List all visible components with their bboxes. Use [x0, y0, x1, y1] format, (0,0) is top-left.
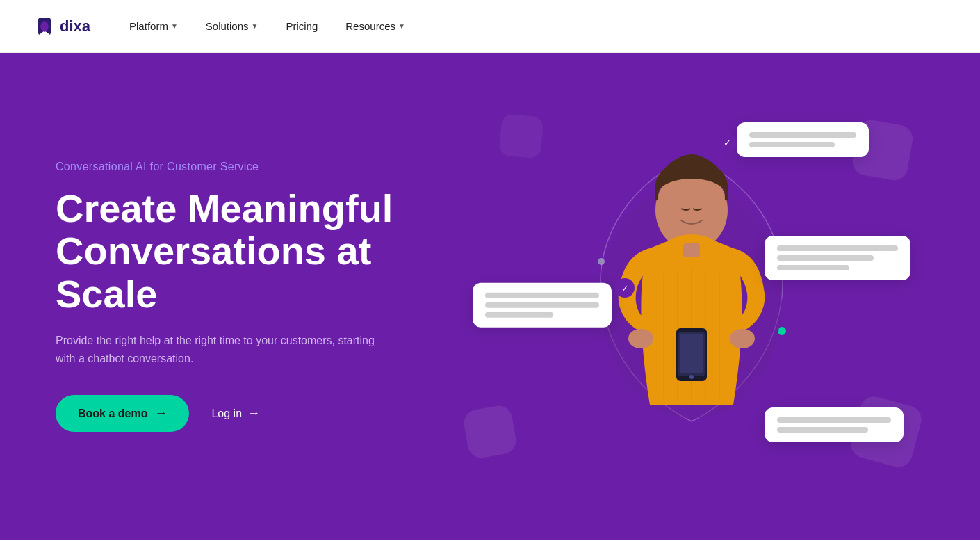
- bubble-line: [777, 245, 898, 251]
- svg-point-10: [689, 375, 694, 379]
- platform-chevron-icon: ▼: [171, 22, 178, 30]
- nav-pricing[interactable]: Pricing: [275, 15, 329, 38]
- bubble-line: [485, 312, 553, 318]
- chat-bubble-bottom: [765, 407, 904, 442]
- bubble-line: [485, 302, 599, 308]
- login-arrow-icon: →: [247, 406, 260, 421]
- bubble-line: [777, 265, 849, 270]
- svg-point-5: [628, 329, 653, 348]
- hero-description: Provide the right help at the right time…: [56, 332, 389, 367]
- nav-solutions[interactable]: Solutions ▼: [195, 15, 270, 38]
- hero-actions: Book a demo → Log in →: [56, 395, 459, 432]
- nav-links: Platform ▼ Solutions ▼ Pricing Resources…: [118, 15, 947, 38]
- arrow-right-icon: →: [154, 406, 167, 421]
- hero-title-line1: Create Meaningful: [56, 186, 393, 230]
- checkmark-top: ✓: [717, 133, 737, 152]
- login-button[interactable]: Log in →: [211, 406, 260, 421]
- bubble-line: [749, 132, 856, 138]
- chat-bubble-mid-left: [473, 283, 612, 328]
- bubble-line: [749, 142, 835, 147]
- hero-subtitle: Conversational AI for Customer Service: [56, 161, 459, 173]
- chat-bubble-top: [737, 122, 869, 157]
- svg-rect-9: [680, 334, 703, 373]
- svg-rect-11: [683, 243, 700, 257]
- checkmark-mid: ✓: [615, 278, 635, 298]
- hero-title-line2: Conversations at Scale: [56, 229, 371, 316]
- deco-shape-3: [462, 403, 518, 460]
- person-illustration: [580, 134, 803, 446]
- bubble-line: [777, 255, 874, 261]
- hero-section: Conversational AI for Customer Service C…: [0, 53, 980, 540]
- book-demo-button[interactable]: Book a demo →: [56, 395, 189, 432]
- logo-text: dixa: [60, 17, 90, 35]
- svg-point-6: [730, 329, 755, 348]
- hero-illustration: ✓ ✓: [459, 95, 924, 498]
- logo-icon: [33, 15, 56, 38]
- navbar: dixa Platform ▼ Solutions ▼ Pricing Reso…: [0, 0, 980, 53]
- nav-platform[interactable]: Platform ▼: [118, 15, 189, 38]
- chat-bubble-mid-right: [765, 236, 910, 280]
- hero-title: Create Meaningful Conversations at Scale: [56, 187, 459, 316]
- bubble-line: [485, 293, 599, 298]
- hero-content: Conversational AI for Customer Service C…: [56, 161, 459, 433]
- solutions-chevron-icon: ▼: [252, 22, 259, 30]
- bubble-line: [777, 417, 891, 423]
- nav-resources[interactable]: Resources ▼: [334, 15, 416, 38]
- resources-chevron-icon: ▼: [398, 22, 405, 30]
- bubble-line: [777, 427, 868, 433]
- logo-link[interactable]: dixa: [33, 15, 90, 38]
